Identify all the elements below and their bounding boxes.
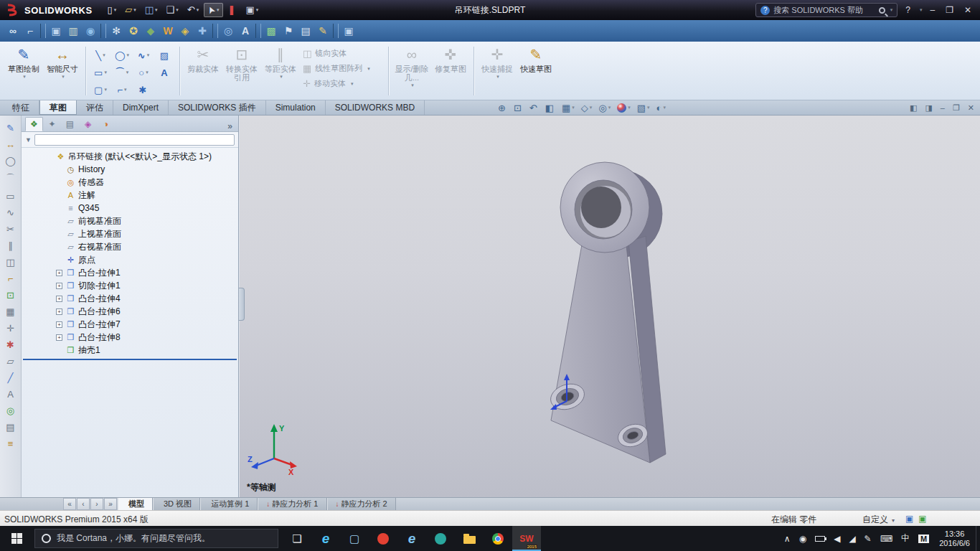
left-tool-point[interactable]: ✱ xyxy=(6,339,14,350)
tree-expander-icon[interactable]: + xyxy=(56,270,62,276)
previous-view-icon[interactable]: ↶ xyxy=(527,103,542,113)
tab-motion-study-1[interactable]: 运动算例 1 xyxy=(200,498,258,510)
restore-button[interactable]: ❐ xyxy=(943,5,956,15)
toolbar-icon-diamond[interactable]: ◈ xyxy=(176,22,194,39)
search-options-arrow[interactable]: ▾ xyxy=(890,7,893,13)
toolbar-icon-sheet[interactable]: ▤ xyxy=(297,22,314,39)
smart-dimension-button[interactable]: ↔ 智能尺寸 ▾ xyxy=(43,44,82,98)
tree-expander-icon[interactable]: + xyxy=(56,296,62,302)
apply-scene-icon[interactable]: ▧ ▾ xyxy=(634,103,653,113)
offset-entities-button[interactable]: ∥ 等距实体 ▾ xyxy=(261,44,300,98)
tree-item-right-plane[interactable]: ▱ 右视基准面 xyxy=(22,240,238,253)
toolbar-icon-globe[interactable]: ◉ xyxy=(82,22,99,39)
pane-split-right-icon[interactable]: ◨ xyxy=(925,103,932,113)
print-icon[interactable]: ❑▾ xyxy=(163,3,182,17)
tree-item-history[interactable]: ◷ History xyxy=(22,163,238,176)
point-tool[interactable]: ✱ xyxy=(133,81,154,98)
tree-item-root[interactable]: ❖ 吊环链接 (默认<<默认>_显示状态 1>) xyxy=(22,150,238,163)
left-tool-plane[interactable]: ▱ xyxy=(7,356,14,367)
toolbar-icon-gear[interactable]: ✻ xyxy=(108,22,125,39)
ime-mode-indicator[interactable]: M xyxy=(914,532,933,545)
tree-item-sensors[interactable]: ◎ 传感器 xyxy=(22,176,238,189)
left-tool-offset[interactable]: ∥ xyxy=(8,240,13,251)
touch-keyboard-icon[interactable]: ⌨ xyxy=(876,532,897,545)
tree-filter-input[interactable] xyxy=(34,134,235,146)
tab-scroll-prev[interactable]: ‹ xyxy=(77,498,90,510)
toolbar-icon-measure[interactable]: ⌐ xyxy=(22,22,39,39)
tray-user-icon[interactable]: ◉ xyxy=(795,532,811,545)
battery-icon[interactable] xyxy=(811,532,829,545)
zoom-fit-icon[interactable]: ⊕ xyxy=(495,103,510,113)
tree-item-top-plane[interactable]: ▱ 上视基准面 xyxy=(22,227,238,240)
toolbar-icon-monitor[interactable]: ▣ xyxy=(47,22,65,39)
tree-expander-icon[interactable]: + xyxy=(56,309,62,315)
tree-item-material[interactable]: ≡ Q345 xyxy=(22,202,238,215)
left-tool-axis[interactable]: ╱ xyxy=(8,372,14,383)
status-indicator-green[interactable]: ▣ xyxy=(918,514,926,524)
hidden-icons-chevron[interactable]: ∧ xyxy=(780,532,795,545)
ie-icon[interactable]: e xyxy=(397,526,426,551)
rebuild-icon[interactable]: ❚ xyxy=(225,3,241,17)
save-icon[interactable]: ◫▾ xyxy=(141,3,161,17)
graphics-area[interactable]: Y X Z *等轴测 xyxy=(240,116,980,497)
text-tool[interactable]: A xyxy=(154,64,176,81)
line-tool[interactable]: ╲ ▾ xyxy=(90,47,111,64)
toolbar-icon-burst[interactable]: ✪ xyxy=(125,22,142,39)
volume-icon[interactable]: ◀ xyxy=(829,532,844,545)
tab-scroll-first[interactable]: « xyxy=(63,498,76,510)
dimxpertmanager-tab[interactable]: ◈ xyxy=(79,117,97,131)
fillet-tool[interactable]: ⌐ ▾ xyxy=(111,81,133,98)
tree-item-shell1[interactable]: ❒ 抽壳1 xyxy=(22,344,238,357)
help-search-input[interactable]: 搜索 SOLIDWORKS 帮助 xyxy=(773,5,875,16)
rapid-sketch-button[interactable]: ✎ 快速草图 xyxy=(517,44,555,98)
cortana-search[interactable]: 我是 Cortana，小娜。有问题尽管问我。 xyxy=(34,529,278,548)
tab-3d-views[interactable]: 3D 视图 xyxy=(153,498,200,510)
left-tool-text[interactable]: A xyxy=(7,389,14,400)
spline-tool[interactable]: ∿ ▾ xyxy=(133,47,154,64)
mirror-entities-button[interactable]: ◫ 镜向实体 xyxy=(300,47,385,60)
section-view-icon[interactable]: ◧ xyxy=(542,103,558,113)
custom-views-dropdown[interactable]: 自定义 xyxy=(862,514,895,526)
linear-sketch-pattern-button[interactable]: ▦ 线性草图阵列 ▾ xyxy=(300,62,385,75)
panel-overflow-chevron[interactable]: » xyxy=(225,121,235,131)
left-tool-sketch[interactable]: ✎ xyxy=(6,123,14,133)
tree-expander-icon[interactable]: + xyxy=(56,283,62,289)
tab-dimxpert[interactable]: DimXpert xyxy=(113,100,169,115)
left-tool-mirror[interactable]: ◫ xyxy=(6,257,14,268)
status-indicator-blue[interactable]: ▣ xyxy=(905,514,913,524)
toolbar-icon-link[interactable]: ∞ xyxy=(4,22,22,39)
displaymanager-tab[interactable]: ◑ xyxy=(97,117,115,131)
featuremanager-tab[interactable]: ❖ xyxy=(25,117,43,131)
tab-solidworks-addins[interactable]: SOLIDWORKS 插件 xyxy=(169,100,266,115)
view-settings-icon[interactable]: ◐ ▾ xyxy=(654,103,669,113)
left-tool-rectangle[interactable]: ▭ xyxy=(6,191,14,202)
left-tool-snap[interactable]: ◎ xyxy=(6,405,14,416)
toolbar-icon-pencil[interactable]: ✎ xyxy=(314,22,331,39)
hide-show-items-icon[interactable]: ◎ ▾ xyxy=(595,103,613,113)
start-button[interactable] xyxy=(0,526,33,551)
ellipse-tool[interactable]: ○ ▾ xyxy=(133,64,154,81)
tab-evaluate[interactable]: 评估 xyxy=(77,100,113,115)
tree-item-front-plane[interactable]: ▱ 前视基准面 xyxy=(22,215,238,227)
tab-simulation[interactable]: Simulation xyxy=(266,100,326,115)
tree-item-boss-extrude7[interactable]: + ❒ 凸台-拉伸7 xyxy=(22,318,238,331)
show-desktop-button[interactable] xyxy=(976,526,980,551)
network-icon[interactable]: ◢ xyxy=(844,532,859,545)
tab-scroll-next[interactable]: › xyxy=(90,498,103,510)
new-document-icon[interactable]: ▯▾ xyxy=(104,3,121,17)
tab-sketch[interactable]: 草图 xyxy=(39,100,77,115)
model-body[interactable] xyxy=(547,162,666,463)
pane-split-left-icon[interactable]: ◧ xyxy=(910,103,917,113)
undo-icon[interactable]: ↶▾ xyxy=(184,3,202,17)
left-tool-circle[interactable]: ◯ xyxy=(5,156,16,166)
tree-item-cut-extrude1[interactable]: + ❒ 切除-拉伸1 xyxy=(22,279,238,292)
tree-item-boss-extrude4[interactable]: + ❒ 凸台-拉伸4 xyxy=(22,292,238,305)
tree-item-origin[interactable]: ✛ 原点 xyxy=(22,253,238,266)
circle-tool[interactable]: ◯ ▾ xyxy=(111,47,133,64)
left-tool-measure[interactable]: ≡ xyxy=(8,438,14,449)
slot-tool[interactable]: ▢ ▾ xyxy=(90,81,111,98)
chrome-icon[interactable] xyxy=(484,526,512,551)
open-document-icon[interactable]: ▱▾ xyxy=(121,3,140,17)
tree-expander-icon[interactable]: + xyxy=(56,334,62,341)
toolbar-icon-chart[interactable]: ▥ xyxy=(65,22,82,39)
